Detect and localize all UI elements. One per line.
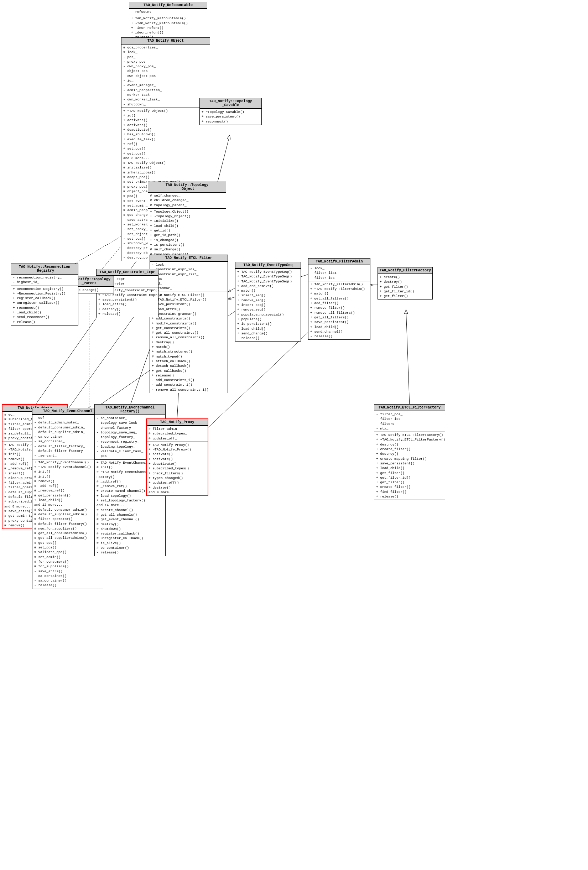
tao-notify-etcl-filterfactory-attrs: - filter_poa_ - filter_ids_ - filters_ -… [374,411,445,432]
tao-notify-eventchannel-title: TAO_Notify_EventChannel [33,408,103,414]
tao-notify-filteradmin-attrs: - lock_ - filter_list_ - filter_ids_ [308,265,370,281]
tao-notify-topology-object-title: TAO_Notify::Topology_Object [148,182,226,192]
tao-notify-refcountable-title: TAO_Notify_Refcountable [129,2,207,9]
tao-notify-object-attrs: # qos_properties_ # lock_ - pos_ - proxy… [121,44,210,107]
tao-notify-etcl-filter-methods: + TAO_Notify_ETCL_Filter() + ~TAO_Notify… [150,292,228,393]
tao-notify-filteradmin-box: TAO_Notify_FilterAdmin - lock_ - filter_… [308,258,371,340]
tao-notify-eventtypeseq-box: TAO_Notify_EventTypeSeq + TAO_Notify_Eve… [235,262,301,341]
tao-notify-eventchannel-box: TAO_Notify_EventChannel - ecf_ - default… [32,408,103,589]
tao-notify-reconnection-registry-box: TAO_Notify::Reconnection_Registry - reco… [11,264,78,325]
tao-notify-proxy-methods: + TAO_Notify_Proxy() + ~TAO_Notify_Proxy… [147,442,208,495]
tao-notify-filteradmin-methods: + TAO_Notify_FilterAdmin() + ~TAO_Notify… [308,281,370,340]
tao-notify-etcl-filter-attrs: - lock_ - constraint_expr_ids_ - constra… [150,261,228,292]
svg-line-4 [217,135,230,183]
tao-notify-proxy-attrs: # filter_admin_ # subscribed_types_ # up… [147,426,208,442]
tao-notify-eventtypeseq-title: TAO_Notify_EventTypeSeq [235,262,301,268]
diagram-container: TAO_Notify_Refcountable - refcount_ + TA… [0,0,588,870]
tao-notify-eventchannel-methods: + TAO_Notify_EventChannel() + ~TAO_Notif… [33,459,103,588]
tao-notify-refcountable-box: TAO_Notify_Refcountable - refcount_ + TA… [129,2,207,41]
tao-notify-topology-savable-title: TAO_Notify::Topology_Savable [200,98,261,109]
tao-notify-reconnection-registry-title: TAO_Notify::Reconnection_Registry [11,264,78,274]
tao-notify-refcountable-attrs: - refcount_ [129,9,207,15]
tao-notify-topology-object-attrs: # self_changed_ # children_changed_ # to… [148,192,226,209]
tao-notify-topology-savable-methods: + ~Topology_Savable() + save_persistent(… [200,109,261,125]
tao-notify-reconnection-registry-methods: + Reconnection_Registry() + ~Reconnectio… [11,286,78,325]
svg-line-19 [406,310,409,406]
tao-notify-constraint-expr-title: TAO_Notify_Constraint_Expr [97,269,158,276]
tao-notify-filterfactory-title: TAO_Notify_FilterFactory [378,267,432,274]
tao-notify-filterfactory-box: TAO_Notify_FilterFactory + create() + de… [378,267,433,299]
tao-notify-etcl-filter-box: TAO_Notify_ETCL_Filter - lock_ - constra… [150,255,228,393]
tao-notify-etcl-filter-title: TAO_Notify_ETCL_Filter [150,255,228,261]
tao-notify-eventchannel-factory-title: TAO_Notify_EventChannelFactory() [95,405,165,415]
tao-notify-eventtypeseq-methods: + TAO_Notify_EventTypeSeq() + TAO_Notify… [235,268,301,341]
tao-notify-etcl-filterfactory-title: TAO_Notify_ETCL_FilterFactory [374,405,445,411]
tao-notify-proxy-title: TAO_Notify_Proxy [147,419,208,426]
tao-notify-topology-savable-box: TAO_Notify::Topology_Savable + ~Topology… [199,98,262,125]
tao-notify-etcl-filterfactory-box: TAO_Notify_ETCL_FilterFactory - filter_p… [374,404,445,500]
tao-notify-filteradmin-title: TAO_Notify_FilterAdmin [308,259,370,265]
tao-notify-filterfactory-methods: + create() + destroy() + get_filter() + … [378,274,432,299]
tao-notify-refcountable-methods: + TAO_Notify_Refcountable() + ~TAO_Notif… [129,15,207,40]
tao-notify-etcl-filterfactory-methods: + TAO_Notify_ETCL_FilterFactory() + ~TAO… [374,432,445,500]
tao-notify-proxy-box: TAO_Notify_Proxy # filter_admin_ # subsc… [146,419,208,496]
tao-notify-eventchannel-attrs: - ecf_ - default_admin_mutex_ - default_… [33,414,103,459]
tao-notify-reconnection-registry-attrs: - reconnection_registry_ - highest_id_ [11,274,78,286]
tao-notify-object-title: TAO_Notify_Object [121,38,210,44]
